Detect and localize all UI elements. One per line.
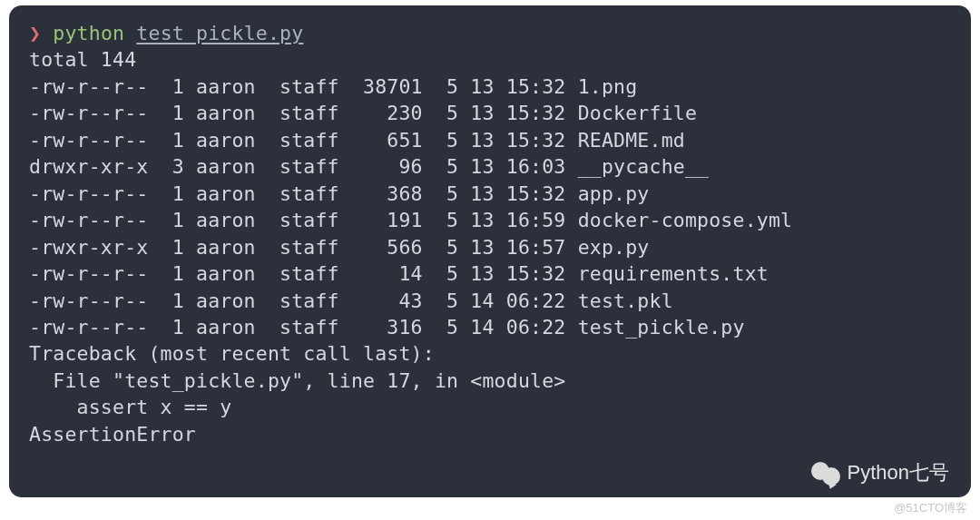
footer-source: @51CTO博客 [894,500,967,516]
traceback-file-line: File "test_pickle.py", line 17, in <modu… [29,368,951,394]
watermark: Python七号 [811,458,950,487]
ls-total-line: total 144 [29,46,951,73]
traceback-code-line: assert x == y [29,394,951,420]
traceback-error-line: AssertionError [29,421,951,447]
traceback-header: Traceback (most recent call last): [29,340,951,367]
ls-row: -rw-r--r-- 1 aaron staff 230 5 13 15:32 … [29,100,951,126]
watermark-text: Python七号 [848,459,950,486]
ls-row: -rw-r--r-- 1 aaron staff 191 5 13 16:59 … [29,207,951,233]
prompt-command: python [53,22,124,44]
ls-row: -rw-r--r-- 1 aaron staff 14 5 13 15:32 r… [29,260,951,287]
ls-row: -rw-r--r-- 1 aaron staff 316 5 14 06:22 … [29,314,951,340]
ls-row: -rw-r--r-- 1 aaron staff 38701 5 13 15:3… [29,74,951,100]
ls-row: -rw-r--r-- 1 aaron staff 43 5 14 06:22 t… [29,288,951,314]
wechat-icon [811,458,840,487]
ls-row: -rwxr-xr-x 1 aaron staff 566 5 13 16:57 … [29,234,951,260]
prompt-line: ❯ python test_pickle.py [29,20,951,46]
ls-rows-container: -rw-r--r-- 1 aaron staff 38701 5 13 15:3… [29,74,951,341]
prompt-arrow-icon: ❯ [29,22,41,44]
ls-row: -rw-r--r-- 1 aaron staff 651 5 13 15:32 … [29,127,951,153]
prompt-argument: test_pickle.py [136,22,303,44]
terminal-window[interactable]: ❯ python test_pickle.py total 144 -rw-r-… [9,5,971,497]
ls-row: drwxr-xr-x 3 aaron staff 96 5 13 16:03 _… [29,153,951,180]
ls-row: -rw-r--r-- 1 aaron staff 368 5 13 15:32 … [29,181,951,207]
